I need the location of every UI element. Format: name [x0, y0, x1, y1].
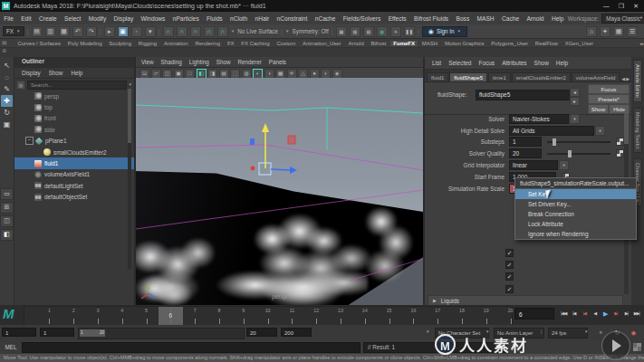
- substeps-slider[interactable]: [547, 141, 610, 143]
- ae-menu-focus[interactable]: Focus: [478, 60, 495, 66]
- move-manipulator[interactable]: [136, 78, 423, 305]
- context-item-set-key[interactable]: Set Key: [515, 189, 636, 199]
- range-slider-track[interactable]: 120: [78, 328, 245, 339]
- viewport-toolbar-icon-2[interactable]: ◫: [162, 69, 172, 79]
- move-tool[interactable]: ✚: [1, 95, 13, 107]
- viewport-toolbar-icon-13[interactable]: ✛: [287, 69, 297, 79]
- play-forward-button[interactable]: ▶: [601, 308, 610, 319]
- viewport-toolbar-icon-16[interactable]: ◗: [321, 69, 331, 79]
- snap-plane-icon[interactable]: ∩: [204, 26, 215, 37]
- viewport-menu-panels[interactable]: Panels: [269, 59, 286, 65]
- menu-effects[interactable]: Effects: [384, 15, 409, 22]
- time-ruler[interactable]: 12345678910111213141516171819206: [24, 306, 513, 326]
- solver-quality-field[interactable]: 20: [509, 148, 542, 158]
- paint-select-tool[interactable]: ✎: [1, 83, 13, 95]
- presets-button[interactable]: Presets*: [588, 94, 630, 104]
- solver-dropdown[interactable]: Navier-Stokes: [509, 114, 569, 124]
- focus-button[interactable]: Focus: [588, 84, 630, 94]
- layout-split-pane[interactable]: ◫: [0, 215, 14, 227]
- current-frame-field[interactable]: 6: [514, 308, 554, 319]
- viewport-menu-renderer[interactable]: Renderer: [237, 59, 261, 65]
- maximize-button[interactable]: ❐: [619, 3, 624, 10]
- shelf-side-icon-1[interactable]: ⚙: [2, 48, 11, 54]
- playback-start-field[interactable]: 1: [40, 328, 74, 337]
- range-slider-bar[interactable]: 120: [80, 329, 105, 337]
- ae-tab-fluid1[interactable]: fluid1: [427, 72, 448, 81]
- step-forward-key-button[interactable]: ▶|: [611, 308, 621, 319]
- menu-fields-solvers[interactable]: Fields/Solvers: [340, 15, 385, 22]
- shelf-tab-mash[interactable]: MASH: [418, 41, 440, 46]
- character-set-dropdown-icon[interactable]: ▼: [426, 329, 429, 334]
- snap-surface-icon[interactable]: ∩: [217, 26, 228, 37]
- shelf-tab-rendering[interactable]: Rendering: [192, 41, 223, 46]
- menu-arnold[interactable]: Arnold: [523, 15, 547, 22]
- side-tab-modeling-toolkit[interactable]: Modeling Toolkit: [633, 108, 642, 153]
- current-frame-marker[interactable]: 6: [159, 307, 183, 325]
- step-back-frame-button[interactable]: |◀: [570, 308, 580, 319]
- outliner-item-front[interactable]: front: [14, 113, 134, 124]
- mel-label[interactable]: MEL: [0, 344, 22, 350]
- undo-icon[interactable]: ↶: [72, 26, 83, 37]
- shelf-tab-animation-user[interactable]: Animation_User: [300, 41, 344, 46]
- ae-menu-list[interactable]: List: [432, 60, 441, 66]
- mel-input[interactable]: [22, 342, 360, 353]
- rotate-tool[interactable]: ↻: [1, 107, 13, 119]
- outliner-filter-icon[interactable]: ◎: [16, 81, 25, 90]
- outliner-search-dropdown-icon[interactable]: ▼: [129, 82, 132, 87]
- dropdown-arrow-icon[interactable]: ▼: [595, 126, 605, 136]
- shelf-tab-curves-surfaces[interactable]: Curves / Surfaces: [14, 41, 63, 46]
- outliner-item-defaultobjectset[interactable]: defaultObjectSet: [14, 192, 134, 203]
- manipulator-y-handle[interactable]: [262, 123, 269, 132]
- menu-windows[interactable]: Windows: [137, 15, 168, 22]
- animation-start-field[interactable]: 1: [2, 328, 36, 337]
- high-detail-solve-dropdown[interactable]: All Grids: [509, 126, 594, 136]
- viewport-menu-lighting[interactable]: Lighting: [189, 59, 209, 65]
- go-to-start-button[interactable]: |◀◀: [559, 308, 569, 319]
- viewport-menu-show[interactable]: Show: [216, 59, 231, 65]
- menu-edit[interactable]: Edit: [17, 15, 35, 22]
- select-component-icon[interactable]: ◦: [131, 26, 142, 37]
- fps-selector[interactable]: 24 fps: [548, 328, 588, 338]
- outliner-item-fluid1[interactable]: fluid1: [14, 157, 134, 168]
- ae-menu-show[interactable]: Show: [534, 60, 549, 66]
- shelf-tab-custom[interactable]: Custom: [274, 41, 298, 46]
- light-editor-icon[interactable]: ✳: [390, 26, 401, 37]
- outliner-item-smallcloudsemitter2[interactable]: smallCloudsEmitter2: [14, 147, 134, 157]
- map-texture-icon[interactable]: [616, 149, 624, 157]
- manipulator-z-plane-handle[interactable]: [250, 138, 255, 145]
- menu-display[interactable]: Display: [110, 15, 137, 22]
- viewport-toolbar-icon-14[interactable]: △: [298, 69, 308, 79]
- ae-tab-fluidshape5[interactable]: fluidShape5: [449, 72, 487, 81]
- community-icon[interactable]: ✦: [600, 26, 610, 37]
- shelf-tab-xgen-user[interactable]: XGen_User: [562, 41, 596, 46]
- outliner-menu-help[interactable]: Help: [71, 70, 82, 76]
- step-forward-frame-button[interactable]: ▶|: [621, 308, 631, 319]
- pause-viewport-icon[interactable]: ❚❚: [404, 26, 415, 37]
- viewport-toolbar-icon-15[interactable]: ●: [310, 69, 320, 79]
- menu-modify[interactable]: Modify: [85, 15, 111, 22]
- attribute-checkbox[interactable]: ✓: [505, 249, 514, 257]
- attribute-checkbox[interactable]: ✓: [505, 272, 514, 281]
- viewport-toolbar-icon-3[interactable]: ▣: [174, 69, 184, 79]
- symmetry-selector[interactable]: Symmetry: Off: [293, 28, 329, 34]
- viewport-toolbar-icon-17[interactable]: ◈: [332, 69, 342, 79]
- shelf-tab-animation[interactable]: Animation: [161, 41, 191, 46]
- viewport-menu-shading[interactable]: Shading: [161, 59, 182, 65]
- next-node-icon[interactable]: ►: [570, 97, 580, 106]
- shelf-tab-motion-graphics[interactable]: Motion Graphics: [442, 41, 487, 46]
- menu-mash[interactable]: MASH: [473, 15, 497, 22]
- step-back-key-button[interactable]: |◀: [580, 308, 590, 319]
- shelf-menu-icons[interactable]: ▤⚙: [2, 40, 11, 56]
- side-tab-attribute-editor[interactable]: Attribute Editor: [633, 60, 642, 102]
- shelf-tab-poly-modeling[interactable]: Poly Modeling: [64, 41, 104, 46]
- menu-ncloth[interactable]: nCloth: [226, 15, 251, 22]
- outliner-item-volumeaxisfield1[interactable]: volumeAxisField1: [14, 169, 134, 180]
- menu-create[interactable]: Create: [35, 15, 61, 22]
- scale-tool[interactable]: ▣: [1, 119, 13, 130]
- viewport-menu-view[interactable]: View: [141, 59, 154, 65]
- outliner-menu-show[interactable]: Show: [49, 70, 63, 76]
- ae-menu-attributes[interactable]: Attributes: [502, 60, 526, 66]
- map-texture-icon[interactable]: [616, 138, 624, 146]
- panel-grid-icon[interactable]: ▦: [613, 26, 624, 37]
- snap-curve-icon[interactable]: ∩: [177, 26, 187, 37]
